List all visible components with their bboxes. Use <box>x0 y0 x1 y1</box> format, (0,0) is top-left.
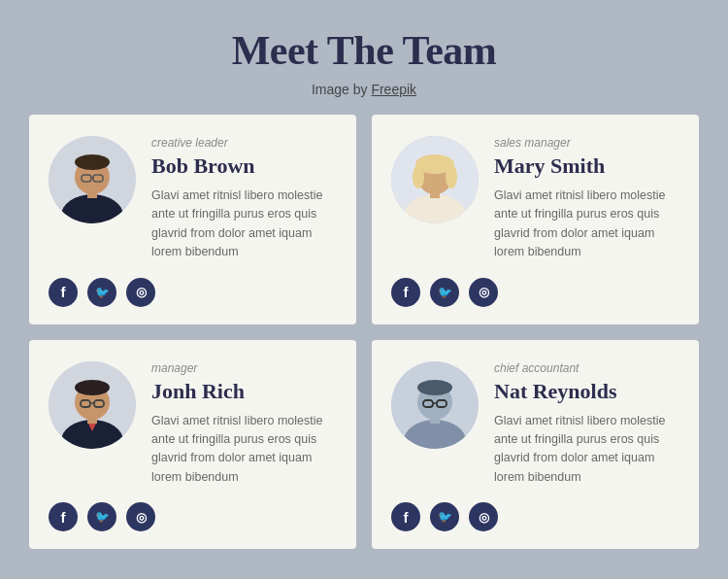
facebook-icon-nat[interactable] <box>391 502 420 531</box>
card-top-mary: sales manager Mary Smith Glavi amet ritn… <box>391 136 679 262</box>
freepik-link[interactable]: Freepik <box>371 82 416 97</box>
social-icons-mary <box>391 278 679 307</box>
team-card-nat: chief accountant Nat Reynolds Glavi amet… <box>372 340 699 550</box>
team-card-jonh: manager Jonh Rich Glavi amet ritnisl lib… <box>29 340 356 550</box>
subtitle: Image by Freepik <box>29 82 699 97</box>
description-nat: Glavi amet ritnisl libero molestie ante … <box>494 412 679 488</box>
facebook-icon-mary[interactable] <box>391 278 420 307</box>
facebook-icon-jonh[interactable] <box>49 502 78 531</box>
twitter-icon-bob[interactable] <box>87 278 116 307</box>
social-icons-jonh <box>49 502 337 531</box>
social-icons-nat <box>391 502 679 531</box>
instagram-icon-jonh[interactable] <box>126 502 155 531</box>
name-jonh: Jonh Rich <box>151 379 337 404</box>
role-bob: creative leader <box>151 136 337 150</box>
description-mary: Glavi amet ritnisl libero molestie ante … <box>494 187 679 262</box>
svg-point-20 <box>75 380 110 395</box>
team-card-bob: creative leader Bob Brown Glavi amet rit… <box>29 115 356 324</box>
card-info-jonh: manager Jonh Rich Glavi amet ritnisl lib… <box>151 361 337 488</box>
svg-point-28 <box>417 380 452 395</box>
avatar-bob <box>49 136 136 223</box>
card-top-bob: creative leader Bob Brown Glavi amet rit… <box>49 136 337 262</box>
card-top-nat: chief accountant Nat Reynolds Glavi amet… <box>391 361 679 488</box>
page-title: Meet The Team <box>29 27 699 74</box>
role-jonh: manager <box>151 361 337 375</box>
avatar-nat <box>391 361 479 449</box>
page-wrapper: Meet The Team Image by Freepik creative … <box>0 0 728 579</box>
facebook-icon-bob[interactable] <box>49 278 78 307</box>
name-bob: Bob Brown <box>151 153 337 179</box>
avatar-mary <box>391 136 479 223</box>
card-info-mary: sales manager Mary Smith Glavi amet ritn… <box>494 136 679 262</box>
social-icons-bob <box>49 278 337 307</box>
role-nat: chief accountant <box>494 361 679 375</box>
team-card-mary: sales manager Mary Smith Glavi amet ritn… <box>372 115 699 324</box>
svg-point-13 <box>413 165 424 188</box>
card-info-bob: creative leader Bob Brown Glavi amet rit… <box>151 136 337 262</box>
header: Meet The Team Image by Freepik <box>29 27 699 97</box>
instagram-icon-bob[interactable] <box>126 278 155 307</box>
description-jonh: Glavi amet ritnisl libero molestie ante … <box>151 412 337 488</box>
svg-point-4 <box>75 154 110 170</box>
description-bob: Glavi amet ritnisl libero molestie ante … <box>151 187 337 262</box>
instagram-icon-mary[interactable] <box>469 278 498 307</box>
instagram-icon-nat[interactable] <box>469 502 498 531</box>
svg-point-14 <box>446 165 457 188</box>
role-mary: sales manager <box>494 136 679 150</box>
name-nat: Nat Reynolds <box>494 379 679 404</box>
twitter-icon-nat[interactable] <box>430 502 459 531</box>
name-mary: Mary Smith <box>494 153 679 179</box>
card-info-nat: chief accountant Nat Reynolds Glavi amet… <box>494 361 679 488</box>
team-grid: creative leader Bob Brown Glavi amet rit… <box>29 115 699 549</box>
card-top-jonh: manager Jonh Rich Glavi amet ritnisl lib… <box>49 361 337 488</box>
avatar-jonh <box>49 361 136 449</box>
twitter-icon-mary[interactable] <box>430 278 459 307</box>
twitter-icon-jonh[interactable] <box>87 502 116 531</box>
